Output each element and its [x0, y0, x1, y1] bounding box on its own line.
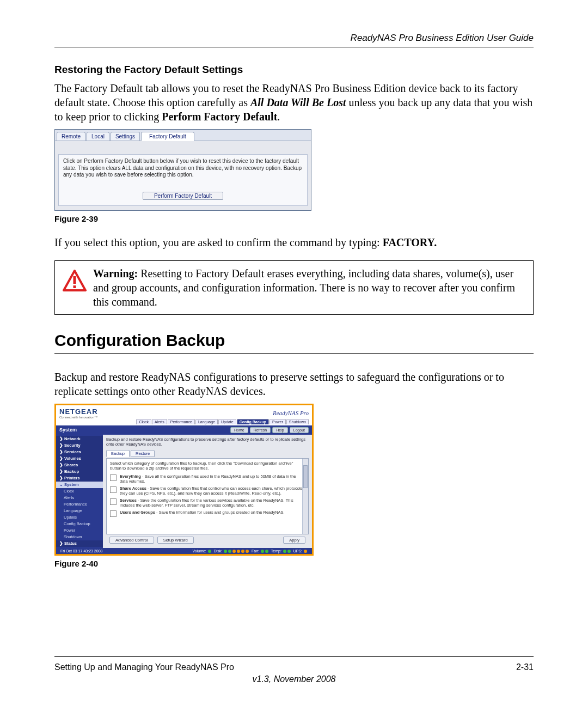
sidebar-item-services[interactable]: ❯ Services — [56, 449, 103, 455]
fig39-spacer — [55, 141, 311, 154]
fig40-title: System — [59, 427, 77, 433]
scrollbar-thumb[interactable] — [303, 465, 308, 488]
tab-settings[interactable]: Settings — [111, 132, 140, 141]
status-dot-icon — [265, 550, 268, 553]
tab-remote[interactable]: Remote — [57, 132, 85, 141]
sidebar-item-shares[interactable]: ❯ Shares — [56, 462, 103, 468]
status-dot-icon — [237, 550, 240, 553]
toptab-config-backup[interactable]: Config Backup — [237, 419, 269, 424]
setup-wizard-button[interactable]: Setup Wizard — [157, 537, 194, 544]
p1-e: . — [277, 111, 280, 123]
toptab-shutdown[interactable]: Shutdown — [286, 419, 309, 424]
toptab-power[interactable]: Power — [270, 419, 286, 424]
fig40-panel-desc: Select which category of configuration f… — [110, 461, 305, 471]
section-heading: Restoring the Factory Default Settings — [54, 64, 534, 76]
sidebar-item-backup[interactable]: ❯ Backup — [56, 468, 103, 475]
status-datetime: Fri Oct 03 17:43:23 2008 — [60, 549, 102, 553]
tab-local[interactable]: Local — [87, 132, 109, 141]
fig40-top-tabs: Clock Alerts Performance Language Update… — [56, 419, 312, 425]
home-button[interactable]: Home — [230, 427, 248, 433]
sidebar-item-performance[interactable]: Performance — [56, 501, 103, 508]
header-rule — [54, 47, 534, 47]
footer-left: Setting Up and Managing Your ReadyNAS Pr… — [54, 662, 234, 672]
sidebar-item-alerts[interactable]: Alerts — [56, 495, 103, 501]
sidebar-item-printers[interactable]: ❯ Printers — [56, 475, 103, 482]
sidebar-item-volumes[interactable]: ❯ Volumes — [56, 455, 103, 462]
advanced-control-button[interactable]: Advanced Control — [109, 537, 154, 544]
fig40-header: NETGEAR Connect with Innovation™ ReadyNA… — [56, 405, 312, 419]
fig40-subtabs: Backup Restore — [106, 450, 309, 457]
subtab-backup[interactable]: Backup — [106, 450, 130, 457]
h2-rule — [54, 353, 534, 354]
sidebar-item-status[interactable]: ❯ Status — [56, 540, 103, 547]
fig40-content-desc: Backup and restore ReadyNAS configuratio… — [106, 437, 309, 447]
help-button[interactable]: Help — [272, 427, 287, 433]
sidebar-item-power[interactable]: Power — [56, 527, 103, 534]
status-dot-icon — [304, 550, 307, 553]
toptab-update[interactable]: Update — [218, 419, 236, 424]
paragraph-2: If you select this option, you are asked… — [54, 235, 534, 249]
subtab-restore[interactable]: Restore — [131, 450, 155, 457]
toptab-clock[interactable]: Clock — [136, 419, 151, 424]
netgear-tagline: Connect with Innovation™ — [59, 416, 98, 419]
sidebar-item-language[interactable]: Language — [56, 508, 103, 514]
status-dot-icon — [208, 550, 211, 553]
checkbox-share-access[interactable] — [110, 486, 117, 493]
status-temp: Temp: — [271, 549, 281, 553]
heading-config-backup: Configuration Backup — [54, 331, 534, 350]
perform-factory-default-button[interactable]: Perform Factory Default — [143, 192, 223, 200]
p2-b: FACTORY. — [383, 236, 437, 248]
checkbox-everything[interactable] — [110, 474, 117, 481]
status-fan: Fan: — [252, 549, 259, 553]
status-dot-icon — [287, 550, 291, 553]
p2-a: If you select this option, you are asked… — [54, 236, 383, 248]
footer-version: v1.3, November 2008 — [54, 674, 534, 684]
toptab-language[interactable]: Language — [195, 419, 218, 424]
status-dot-icon — [261, 550, 264, 553]
status-volume: Volume: — [193, 549, 206, 553]
warning-box: Warning: Resetting to Factory Default er… — [54, 260, 534, 315]
status-disk: Disk: — [214, 549, 223, 553]
sidebar-label: Backup — [64, 469, 79, 474]
figure-2-40-caption: Figure 2-40 — [54, 559, 534, 568]
p1-d: Perform Factory Default — [162, 111, 277, 123]
sidebar-item-shutdown[interactable]: Shutdown — [56, 534, 103, 540]
svg-rect-1 — [74, 276, 76, 284]
page-footer: Setting Up and Managing Your ReadyNAS Pr… — [54, 656, 534, 684]
paragraph-3: Backup and restore ReadyNAS configuratio… — [54, 370, 534, 398]
paragraph-1: The Factory Default tab allows you to re… — [54, 81, 534, 124]
p1-b: All Data Will Be Lost — [250, 96, 346, 108]
fig40-titlebar: System Home Refresh Help Logout — [56, 425, 312, 435]
toptab-performance[interactable]: Performance — [168, 419, 195, 424]
sidebar-item-config-backup[interactable]: Config Backup — [56, 521, 103, 527]
doc-header: ReadyNAS Pro Business Edition User Guide — [54, 33, 534, 44]
fig40-content: Backup and restore ReadyNAS configuratio… — [103, 435, 312, 548]
sidebar: ❯ Network ❯ Security ❯ Services ❯ Volume… — [56, 435, 103, 548]
checkbox-users-groups[interactable] — [110, 510, 117, 517]
footer-rule — [54, 656, 534, 657]
netgear-logo: NETGEAR — [59, 407, 98, 416]
sidebar-label: Volumes — [64, 456, 81, 461]
status-dot-icon — [228, 550, 231, 553]
apply-button[interactable]: Apply — [283, 537, 305, 544]
logout-button[interactable]: Logout — [290, 427, 309, 433]
option-everything: Everything - Everything - Save all the c… — [120, 474, 305, 484]
sidebar-item-update[interactable]: Update — [56, 514, 103, 521]
fig40-bottom-bar: Advanced Control Setup Wizard Apply — [106, 534, 309, 546]
scrollbar[interactable] — [302, 459, 308, 534]
sidebar-item-security[interactable]: ❯ Security — [56, 442, 103, 449]
figure-2-39-caption: Figure 2-39 — [54, 214, 534, 223]
warning-label: Warning: — [93, 267, 138, 279]
footer-page-number: 2-31 — [516, 662, 534, 672]
sidebar-label: Shares — [64, 462, 78, 467]
status-dot-icon — [283, 550, 286, 553]
sidebar-item-clock[interactable]: Clock — [56, 488, 103, 495]
refresh-button[interactable]: Refresh — [250, 427, 271, 433]
toptab-alerts[interactable]: Alerts — [152, 419, 167, 424]
fig39-description: Click on Perform Factory Default button … — [63, 158, 303, 179]
figure-2-40: NETGEAR Connect with Innovation™ ReadyNA… — [54, 404, 534, 556]
checkbox-services[interactable] — [110, 498, 117, 505]
sidebar-item-system[interactable]: ⌄ System — [56, 482, 103, 488]
sidebar-item-network[interactable]: ❯ Network — [56, 436, 103, 442]
tab-factory-default[interactable]: Factory Default — [141, 132, 194, 141]
